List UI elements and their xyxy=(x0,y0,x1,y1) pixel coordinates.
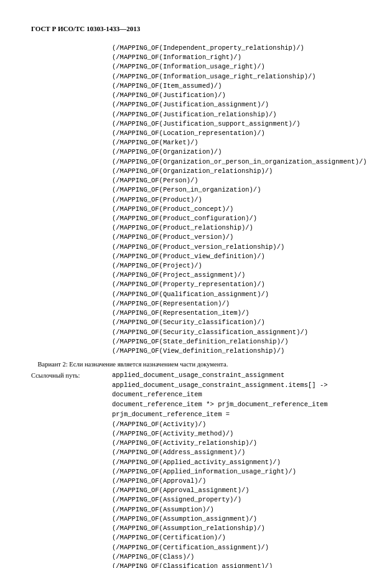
mapping-line: (/MAPPING_OF(Person_in_organization)/) xyxy=(112,185,361,195)
ref-path-code-line: document_reference_item xyxy=(112,390,202,400)
mapping-line: (/MAPPING_OF(Product_configuration)/) xyxy=(112,214,361,223)
ref-path-label: Ссылочный путь: xyxy=(31,371,112,381)
mapping-line: (/MAPPING_OF(Location_representation)/) xyxy=(112,129,361,138)
mapping-line: (/MAPPING_OF(Assumption_assignment)/) xyxy=(112,514,361,524)
ref-path-spacer xyxy=(31,400,112,410)
mapping-line: (/MAPPING_OF(Assumption_relationship)/) xyxy=(112,524,361,533)
mapping-line: (/MAPPING_OF(Security_classification)/) xyxy=(112,318,361,327)
ref-path-extra-row: prjm_document_reference_item = xyxy=(31,410,361,420)
mapping-line: (/MAPPING_OF(State_definition_relationsh… xyxy=(112,337,361,347)
mapping-line: (/MAPPING_OF(Person)/) xyxy=(112,176,361,185)
mapping-line: (/MAPPING_OF(Qualification_assignment)/) xyxy=(112,290,361,299)
mapping-line: (/MAPPING_OF(Justification_assignment)/) xyxy=(112,100,361,109)
mapping-line: (/MAPPING_OF(Activity)/) xyxy=(112,420,361,429)
mapping-line: (/MAPPING_OF(Security_classification_ass… xyxy=(112,328,361,337)
mapping-line: (/MAPPING_OF(View_definition_relationshi… xyxy=(112,347,361,356)
page-header: ГОСТ Р ИСО/ТС 10303-1433—2013 xyxy=(31,25,361,32)
mapping-line: (/MAPPING_OF(Assumption)/) xyxy=(112,505,361,514)
ref-path-extra-row: applied_document_usage_constraint_assign… xyxy=(31,381,361,391)
mapping-line: (/MAPPING_OF(Market)/) xyxy=(112,138,361,147)
mapping-line: (/MAPPING_OF(Property_representation)/) xyxy=(112,280,361,289)
mapping-line: (/MAPPING_OF(Justification_support_assig… xyxy=(112,119,361,129)
mapping-line: (/MAPPING_OF(Activity_method)/) xyxy=(112,429,361,439)
ref-path-extra: applied_document_usage_constraint_assign… xyxy=(31,381,361,420)
mapping-line: (/MAPPING_OF(Product_version)/) xyxy=(112,233,361,242)
mapping-line: (/MAPPING_OF(Organization_relationship)/… xyxy=(112,167,361,176)
mapping-line: (/MAPPING_OF(Item_assumed)/) xyxy=(112,81,361,91)
mapping-line: (/MAPPING_OF(Address_assignment)/) xyxy=(112,448,361,457)
mapping-lines-bottom: (/MAPPING_OF(Activity)/)(/MAPPING_OF(Act… xyxy=(112,420,361,568)
mapping-line: (/MAPPING_OF(Product_concept)/) xyxy=(112,205,361,214)
variant2-block: Вариант 2: Если назначение является назн… xyxy=(31,360,361,420)
ref-path-spacer xyxy=(31,410,112,420)
ref-path-spacer xyxy=(31,390,112,400)
variant2-label: Вариант 2: Если назначение является назн… xyxy=(31,360,228,370)
mapping-line: (/MAPPING_OF(Justification_relationship)… xyxy=(112,110,361,119)
mapping-line: (/MAPPING_OF(Activity_relationship)/) xyxy=(112,439,361,448)
ref-path-header-row: Ссылочный путь: applied_document_usage_c… xyxy=(31,371,361,381)
page: ГОСТ Р ИСО/ТС 10303-1433—2013 (/MAPPING_… xyxy=(0,0,392,568)
ref-path-extra-row: document_reference_item xyxy=(31,390,361,400)
ref-path-extra-row: document_reference_item *> prjm_document… xyxy=(31,400,361,410)
mapping-line: (/MAPPING_OF(Product_version_relationshi… xyxy=(112,243,361,252)
mapping-line: (/MAPPING_OF(Information_usage_right)/) xyxy=(112,62,361,72)
mapping-line: (/MAPPING_OF(Class)/) xyxy=(112,552,361,562)
mapping-line: (/MAPPING_OF(Organization_or_person_in_o… xyxy=(112,157,361,167)
mapping-line: (/MAPPING_OF(Applied_information_usage_r… xyxy=(112,467,361,477)
mapping-line: (/MAPPING_OF(Product_view_definition)/) xyxy=(112,252,361,261)
mapping-line: (/MAPPING_OF(Project_assignment)/) xyxy=(112,271,361,280)
mapping-line: (/MAPPING_OF(Representation_item)/) xyxy=(112,309,361,318)
mapping-line: (/MAPPING_OF(Independent_property_relati… xyxy=(112,44,361,53)
header-title: ГОСТ Р ИСО/ТС 10303-1433—2013 xyxy=(31,25,140,32)
mapping-lines-top: (/MAPPING_OF(Independent_property_relati… xyxy=(112,44,361,356)
mapping-line: (/MAPPING_OF(Approval_assignment)/) xyxy=(112,486,361,495)
mapping-line: (/MAPPING_OF(Certification_assignment)/) xyxy=(112,543,361,552)
mapping-line: (/MAPPING_OF(Approval)/) xyxy=(112,477,361,486)
mapping-line: (/MAPPING_OF(Classification_assignment)/… xyxy=(112,562,361,568)
mapping-line: (/MAPPING_OF(Product)/) xyxy=(112,195,361,205)
ref-path-code-line: document_reference_item *> prjm_document… xyxy=(112,400,328,410)
ref-path-code-line: prjm_document_reference_item = xyxy=(112,410,230,420)
mapping-line: (/MAPPING_OF(Certification)/) xyxy=(112,533,361,542)
mapping-line: (/MAPPING_OF(Applied_activity_assignment… xyxy=(112,458,361,467)
mapping-line: (/MAPPING_OF(Project)/) xyxy=(112,261,361,271)
ref-path-spacer xyxy=(31,381,112,391)
mapping-line: (/MAPPING_OF(Product_relationship)/) xyxy=(112,223,361,233)
mapping-line: (/MAPPING_OF(Justification)/) xyxy=(112,91,361,100)
mapping-line: (/MAPPING_OF(Organization)/) xyxy=(112,147,361,157)
mapping-line: (/MAPPING_OF(Information_usage_right_rel… xyxy=(112,72,361,81)
ref-path-code-line: applied_document_usage_constraint_assign… xyxy=(112,381,328,391)
mapping-line: (/MAPPING_OF(Assigned_property)/) xyxy=(112,495,361,505)
variant2-row: Вариант 2: Если назначение является назн… xyxy=(31,360,361,370)
mapping-line: (/MAPPING_OF(Information_right)/) xyxy=(112,53,361,62)
mapping-line: (/MAPPING_OF(Representation)/) xyxy=(112,299,361,309)
ref-path-line-0: applied_document_usage_constraint_assign… xyxy=(112,371,284,381)
